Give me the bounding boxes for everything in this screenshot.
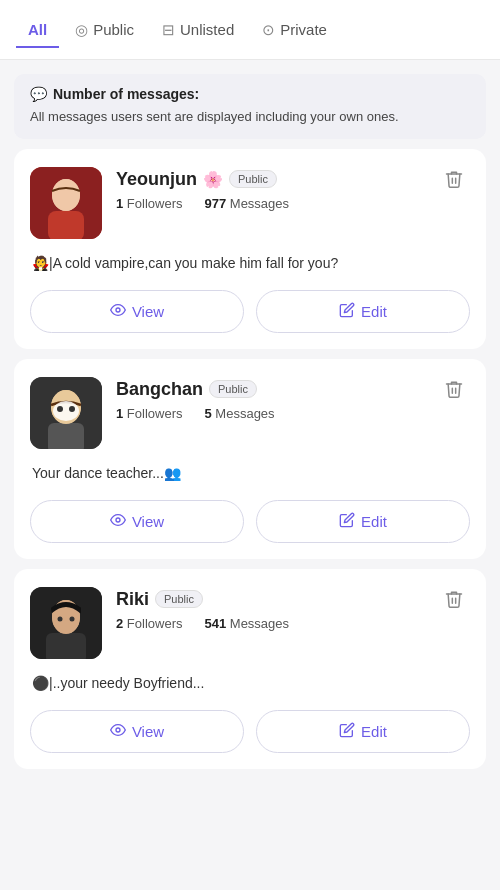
edit-button[interactable]: Edit xyxy=(256,710,470,753)
tab-private-label: Private xyxy=(280,21,327,38)
info-title: 💬 Number of messages: xyxy=(30,86,470,102)
avatar xyxy=(30,377,102,449)
edit-button[interactable]: Edit xyxy=(256,290,470,333)
delete-button[interactable] xyxy=(438,167,470,196)
delete-button[interactable] xyxy=(438,377,470,406)
svg-rect-2 xyxy=(48,211,84,239)
svg-point-12 xyxy=(116,518,120,522)
visibility-badge: Public xyxy=(229,170,277,188)
tab-unlisted-label: Unlisted xyxy=(180,21,234,38)
card-name-row: Yeounjun 🌸 Public xyxy=(116,169,424,190)
character-card-bangchan: Bangchan Public 1 Followers 5 Messages Y… xyxy=(14,359,486,559)
tab-all[interactable]: All xyxy=(16,13,59,48)
unlisted-icon: ⊟ xyxy=(162,21,175,39)
card-info: Bangchan Public 1 Followers 5 Messages xyxy=(116,377,424,421)
card-name-row: Bangchan Public xyxy=(116,379,424,400)
private-icon: ⊙ xyxy=(262,21,275,39)
character-name: Bangchan xyxy=(116,379,203,400)
svg-point-17 xyxy=(58,616,63,621)
svg-point-9 xyxy=(53,401,79,421)
character-name: Yeounjun xyxy=(116,169,197,190)
character-description: ⚫|..your needy Boyfriend... xyxy=(30,673,470,694)
svg-rect-15 xyxy=(46,633,86,659)
card-header: Yeounjun 🌸 Public 1 Followers 977 Messag… xyxy=(30,167,470,239)
tab-unlisted[interactable]: ⊟ Unlisted xyxy=(150,13,246,49)
character-emoji: 🌸 xyxy=(203,170,223,189)
view-icon xyxy=(110,722,126,741)
followers-stat: 1 Followers xyxy=(116,196,182,211)
character-card-riki: Riki Public 2 Followers 541 Messages ⚫|.… xyxy=(14,569,486,769)
edit-icon xyxy=(339,512,355,531)
card-actions: View Edit xyxy=(30,290,470,333)
messages-stat: 541 Messages xyxy=(204,616,289,631)
svg-point-18 xyxy=(70,616,75,621)
svg-point-3 xyxy=(52,179,80,211)
svg-point-10 xyxy=(57,406,63,412)
tab-all-label: All xyxy=(28,21,47,38)
visibility-badge: Public xyxy=(155,590,203,608)
card-actions: View Edit xyxy=(30,710,470,753)
character-description: 🧛|A cold vampire,can you make him fall f… xyxy=(30,253,470,274)
character-name: Riki xyxy=(116,589,149,610)
view-icon xyxy=(110,302,126,321)
card-stats: 1 Followers 5 Messages xyxy=(116,406,424,421)
edit-button[interactable]: Edit xyxy=(256,500,470,543)
public-icon: ◎ xyxy=(75,21,88,39)
card-name-row: Riki Public xyxy=(116,589,424,610)
card-header: Bangchan Public 1 Followers 5 Messages xyxy=(30,377,470,449)
card-stats: 1 Followers 977 Messages xyxy=(116,196,424,211)
tab-bar: All ◎ Public ⊟ Unlisted ⊙ Private xyxy=(0,0,500,60)
tab-public-label: Public xyxy=(93,21,134,38)
messages-stat: 977 Messages xyxy=(204,196,289,211)
tab-private[interactable]: ⊙ Private xyxy=(250,13,339,49)
edit-icon xyxy=(339,302,355,321)
messages-stat: 5 Messages xyxy=(204,406,274,421)
view-button[interactable]: View xyxy=(30,290,244,333)
avatar xyxy=(30,167,102,239)
svg-rect-7 xyxy=(48,423,84,449)
view-button[interactable]: View xyxy=(30,710,244,753)
visibility-badge: Public xyxy=(209,380,257,398)
card-actions: View Edit xyxy=(30,500,470,543)
svg-point-19 xyxy=(116,728,120,732)
view-icon xyxy=(110,512,126,531)
svg-point-11 xyxy=(69,406,75,412)
card-header: Riki Public 2 Followers 541 Messages xyxy=(30,587,470,659)
info-description: All messages users sent are displayed in… xyxy=(30,107,470,127)
card-stats: 2 Followers 541 Messages xyxy=(116,616,424,631)
character-description: Your dance teacher...👥 xyxy=(30,463,470,484)
card-info: Riki Public 2 Followers 541 Messages xyxy=(116,587,424,631)
svg-point-4 xyxy=(116,308,120,312)
followers-stat: 1 Followers xyxy=(116,406,182,421)
character-card-yeonjun: Yeounjun 🌸 Public 1 Followers 977 Messag… xyxy=(14,149,486,349)
view-button[interactable]: View xyxy=(30,500,244,543)
followers-stat: 2 Followers xyxy=(116,616,182,631)
card-info: Yeounjun 🌸 Public 1 Followers 977 Messag… xyxy=(116,167,424,211)
info-banner: 💬 Number of messages: All messages users… xyxy=(14,74,486,139)
avatar xyxy=(30,587,102,659)
edit-icon xyxy=(339,722,355,741)
message-icon: 💬 xyxy=(30,86,47,102)
tab-public[interactable]: ◎ Public xyxy=(63,13,146,49)
delete-button[interactable] xyxy=(438,587,470,616)
